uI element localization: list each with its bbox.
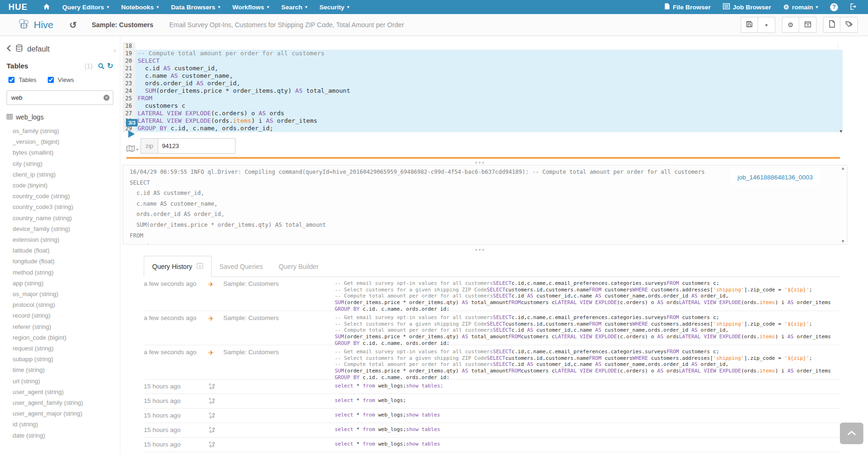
column-item[interactable]: _version_ (bigint): [13, 136, 113, 147]
checkbox[interactable]: [48, 77, 54, 83]
menu-query-editors[interactable]: Query Editors▾: [56, 0, 115, 14]
table-item-web-logs[interactable]: web_logs: [7, 113, 113, 121]
schedule-button[interactable]: [799, 17, 817, 33]
column-item[interactable]: longitude (float): [13, 256, 113, 267]
filter-tables[interactable]: Tables: [7, 75, 37, 84]
history-row[interactable]: a few seconds ago✈Sample: Customers-- Ge…: [144, 311, 840, 345]
editor-line[interactable]: 24 SUM(order_items.price * order_items.q…: [123, 87, 843, 95]
column-item[interactable]: subapp (string): [13, 354, 113, 365]
history-row[interactable]: 15 hours agoselect * from web_logs;: [144, 394, 840, 409]
drag-handle-dots[interactable]: ●●●: [120, 247, 840, 252]
column-item[interactable]: device_family (string): [13, 223, 113, 234]
column-item[interactable]: code (tinyint): [13, 180, 113, 191]
column-item[interactable]: country_code3 (string): [13, 201, 113, 212]
functions-panel-button[interactable]: ▾: [126, 145, 139, 154]
search-icon[interactable]: [98, 63, 104, 69]
column-item[interactable]: protocol (string): [13, 299, 113, 310]
help-button[interactable]: ?: [824, 0, 844, 14]
history-row[interactable]: 15 hours agoselect * from web_logs;show …: [144, 409, 840, 423]
column-item[interactable]: id (string): [13, 419, 113, 430]
menu-security[interactable]: Security▾: [313, 0, 355, 14]
column-item[interactable]: user_agent_major (string): [13, 408, 113, 419]
table-search-input[interactable]: [7, 90, 113, 105]
filter-views[interactable]: Views: [46, 75, 74, 84]
editor-line[interactable]: 26 customers c: [123, 102, 843, 110]
history-row[interactable]: 15 hours agoselect * from web_logs;show …: [144, 423, 840, 438]
execute-button[interactable]: [128, 130, 135, 138]
column-item[interactable]: method (string): [13, 267, 113, 278]
collapse-sidebar-icon[interactable]: ‹: [113, 45, 116, 55]
editor-line[interactable]: 25FROM: [123, 95, 843, 102]
hue-logo[interactable]: HUE: [8, 2, 28, 12]
user-menu[interactable]: ⚙ romain ▾: [777, 0, 824, 14]
scroll-up-icon[interactable]: ▲: [841, 166, 845, 171]
history-icon[interactable]: ↺: [69, 20, 77, 30]
tags-button[interactable]: [840, 17, 858, 33]
column-item[interactable]: app (string): [13, 278, 113, 289]
sql-editor[interactable]: 1819-- Compute total amount per order fo…: [123, 42, 843, 135]
editor-scrollbar[interactable]: [838, 42, 843, 135]
history-row[interactable]: 15 hours agoselect * from web_logs;show …: [144, 380, 840, 394]
scroll-down-icon[interactable]: ▼: [840, 127, 842, 135]
column-item[interactable]: latitude (float): [13, 245, 113, 256]
column-item[interactable]: date (string): [13, 430, 113, 441]
scroll-down-icon[interactable]: ▼: [841, 239, 845, 244]
column-item[interactable]: os_major (string): [13, 289, 113, 299]
editor-line[interactable]: 23 ords.order_id AS order_id,: [123, 80, 843, 87]
save-button[interactable]: [741, 17, 758, 33]
query-title[interactable]: Sample: Customers: [92, 21, 153, 29]
scroll-to-top-button[interactable]: [840, 423, 863, 444]
editor-line[interactable]: 27LATERAL VIEW EXPLODE(c.orders) o AS or…: [123, 110, 843, 117]
settings-button[interactable]: ⚙: [782, 17, 799, 33]
clear-icon[interactable]: ×: [103, 95, 110, 101]
editor-line[interactable]: 29GROUP BY c.id, c.name, ords.order_id;: [123, 125, 843, 132]
editor-line[interactable]: 21 c.id AS customer_id,: [123, 65, 843, 72]
editor-line[interactable]: 22 c.name AS customer_name,: [123, 72, 843, 80]
column-item[interactable]: city (string): [13, 158, 113, 169]
menu-notebooks[interactable]: Notebooks▾: [115, 0, 165, 14]
column-item[interactable]: extension (string): [13, 234, 113, 245]
column-item[interactable]: user_agent (string): [13, 387, 113, 397]
editor-line[interactable]: 19-- Compute total amount per order for …: [123, 50, 843, 57]
new-query-button[interactable]: [823, 17, 840, 33]
tab-saved-queries[interactable]: Saved Queries: [212, 257, 271, 276]
editor-line[interactable]: 20SELECT: [123, 57, 843, 65]
column-item[interactable]: request (string): [13, 343, 113, 354]
column-item[interactable]: client_ip (string): [13, 169, 113, 180]
job-browser-button[interactable]: Job Browser: [717, 0, 777, 14]
file-browser-button[interactable]: File Browser: [658, 0, 717, 14]
refresh-icon[interactable]: ↻: [107, 61, 113, 70]
column-item[interactable]: user_agent_family (string): [13, 397, 113, 408]
broken-link-icon: [208, 426, 215, 434]
checkbox[interactable]: [8, 77, 15, 83]
menu-data-browsers[interactable]: Data Browsers▾: [165, 0, 226, 14]
logout-button[interactable]: [844, 0, 863, 14]
save-options-button[interactable]: ▾: [758, 17, 775, 33]
tab-query-builder[interactable]: Query Builder: [271, 257, 327, 276]
variable-value-input[interactable]: [158, 138, 235, 154]
column-item[interactable]: url (string): [13, 376, 113, 387]
chevron-up-icon: [847, 429, 856, 438]
menu-search[interactable]: Search▾: [275, 0, 314, 14]
history-row[interactable]: a few seconds ago✈Sample: Customers-- Ge…: [144, 345, 840, 380]
history-row[interactable]: 15 hours agoselect * from web_logs;show …: [144, 438, 840, 452]
column-item[interactable]: record (string): [13, 310, 113, 321]
history-row[interactable]: a few seconds ago✈Sample: Customers-- Ge…: [144, 277, 840, 311]
column-item[interactable]: time (string): [13, 365, 113, 375]
home-button[interactable]: [37, 0, 56, 14]
column-item[interactable]: referer (string): [13, 321, 113, 332]
column-item[interactable]: region_code (bigint): [13, 332, 113, 343]
column-item[interactable]: country_code (string): [13, 191, 113, 201]
editor-line[interactable]: 28LATERAL VIEW EXPLODE(ords.items) i AS …: [123, 117, 843, 125]
editor-line[interactable]: 18: [123, 42, 843, 50]
tab-query-history[interactable]: Query History: [144, 256, 212, 277]
column-item[interactable]: country_name (string): [13, 213, 113, 223]
app-switcher[interactable]: Hive: [18, 18, 53, 31]
menu-workflows[interactable]: Workflows▾: [226, 0, 275, 14]
column-item[interactable]: os_family (string): [13, 126, 113, 136]
database-selector[interactable]: default: [7, 45, 113, 54]
line-number: 25: [123, 95, 135, 102]
drag-handle-dots[interactable]: ●●●: [120, 160, 840, 165]
job-link[interactable]: job_1461888648136_0003: [737, 174, 813, 181]
column-item[interactable]: bytes (smallint): [13, 147, 113, 158]
